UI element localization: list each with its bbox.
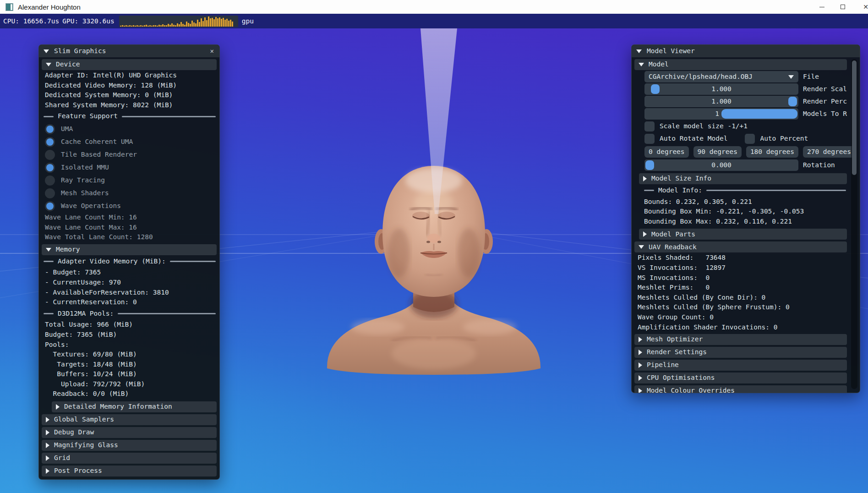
uav-line: Wave Group Count: 0: [632, 312, 850, 323]
feature-tile-based-renderer[interactable]: Tile Based Renderer: [39, 148, 219, 161]
memory-line: - CurrentReservation: 0: [39, 297, 219, 307]
expand-arrow-icon: [639, 388, 642, 393]
feature-ray-tracing[interactable]: Ray Tracing: [39, 174, 219, 187]
feature-uma[interactable]: UMA: [39, 123, 219, 136]
auto-rotate-label: Auto Rotate Model: [660, 134, 727, 144]
expand-arrow-icon: [46, 443, 49, 448]
uav-line: Meshlet Prims: 0: [632, 283, 850, 293]
rotate-0-degrees-button[interactable]: 0 degrees: [644, 146, 689, 158]
pool-line: Total Usage: 966 (MiB): [39, 320, 219, 330]
header-global-samplers[interactable]: Global Samplers: [42, 414, 217, 425]
header-model[interactable]: Model: [634, 59, 847, 70]
memory-line: - Budget: 7365: [39, 268, 219, 278]
header-mesh-optimizer[interactable]: Mesh Optimizer: [634, 334, 847, 345]
radio-dot-icon: [45, 150, 55, 160]
expand-arrow-icon: [46, 468, 49, 474]
rotate-270-degrees-button[interactable]: 270 degrees: [803, 146, 855, 158]
expand-arrow-icon: [639, 350, 642, 355]
slider-fill[interactable]: [721, 109, 797, 119]
header-uav-readback[interactable]: UAV Readback: [634, 241, 847, 252]
node-detailed-memory-information[interactable]: Detailed Memory Information: [52, 401, 217, 412]
panel-close-icon[interactable]: ✕: [209, 46, 215, 56]
pool-line: Targets: 18/48 (MiB): [39, 360, 219, 370]
scale-model-checkbox[interactable]: [644, 121, 655, 131]
collapse-arrow-icon: [639, 245, 644, 249]
file-combo[interactable]: CGArchive/lpshead/head.OBJ: [644, 71, 798, 82]
header-pipeline[interactable]: Pipeline: [634, 360, 847, 371]
separator-adapter-video-memory: Adapter Video Memory (MiB):: [44, 257, 216, 267]
collapse-arrow-icon: [46, 63, 51, 66]
auto-percent-checkbox[interactable]: [745, 134, 755, 144]
feature-cache-coherent-uma[interactable]: Cache Coherent UMA: [39, 136, 219, 148]
expand-arrow-icon: [643, 176, 647, 181]
maximize-icon: [841, 5, 845, 9]
close-button[interactable]: ✕: [855, 0, 868, 14]
rotate-180-degrees-button[interactable]: 180 degrees: [746, 146, 798, 158]
header-magnifying-glass[interactable]: Magnifying Glass: [42, 440, 217, 451]
auto-rotate-checkbox[interactable]: [644, 134, 655, 144]
render-scale-label: Render Scale: [803, 84, 847, 94]
header-debug-draw[interactable]: Debug Draw: [42, 427, 217, 438]
collapse-arrow-icon: [46, 248, 51, 252]
model-info-line: Bounds: 0.232, 0.305, 0.221: [632, 197, 850, 207]
render-percent-slider[interactable]: 1.000: [644, 96, 798, 107]
expand-arrow-icon: [56, 404, 60, 410]
app-window: Alexander Houghton ✕ CPU: 16656.7us GPU:…: [0, 0, 868, 493]
feature-mesh-shaders[interactable]: Mesh Shaders: [39, 187, 219, 200]
radio-dot-icon: [45, 201, 55, 211]
node-model-parts[interactable]: Model Parts: [639, 229, 847, 240]
panel-title: Slim Graphics: [54, 46, 204, 56]
header-model-colour-overrides[interactable]: Model Colour Overrides: [634, 385, 847, 393]
header-render-settings[interactable]: Render Settings: [634, 347, 847, 358]
expand-arrow-icon: [639, 337, 642, 342]
auto-percent-label: Auto Percent: [760, 134, 808, 144]
file-label: File: [803, 72, 847, 82]
maximize-button[interactable]: [832, 0, 853, 14]
wave-line: Wave Lane Count Min: 16: [39, 213, 219, 223]
slim-graphics-titlebar[interactable]: Slim Graphics ✕: [39, 45, 219, 57]
separator-feature-support: Feature Support: [44, 111, 216, 121]
render-percent-label: Render Percent: [803, 97, 847, 107]
feature-wave-operations[interactable]: Wave Operations: [39, 200, 219, 213]
radio-dot-icon: [45, 163, 55, 173]
models-to-render-slider[interactable]: 1: [644, 108, 798, 120]
scrollbar-grab[interactable]: [852, 60, 857, 175]
gpu-histogram: [119, 16, 238, 27]
node-model-size-info[interactable]: Model Size Info: [639, 173, 847, 184]
model-viewer-titlebar[interactable]: Model Viewer: [632, 45, 860, 57]
minimize-button[interactable]: [811, 0, 832, 14]
rotation-label: Rotation: [803, 160, 847, 170]
collapse-arrow-icon: [636, 49, 642, 53]
model-viewer-panel: Model Viewer Model CGArchive/lpshead/hea…: [631, 44, 860, 393]
pool-line: Budget: 7365 (MiB): [39, 330, 219, 340]
header-memory[interactable]: Memory: [42, 244, 217, 255]
gpu-histogram-label: gpu: [242, 17, 254, 25]
separator-d3d12ma-pools: D3D12MA Pools:: [44, 309, 216, 319]
radio-dot-icon: [45, 188, 55, 198]
header-device[interactable]: Device: [42, 59, 217, 70]
render-scale-slider[interactable]: 1.000: [644, 83, 798, 95]
cpu-time: CPU: 16656.7us: [0, 17, 59, 25]
uav-line: Amplification Shader Invocations: 0: [632, 323, 850, 333]
slim-graphics-panel: Slim Graphics ✕ Device Adapter ID: Intel…: [38, 44, 220, 480]
panel-scrollbar[interactable]: [851, 59, 857, 389]
models-to-render-label: Models To Render: [803, 109, 847, 119]
memory-line: - CurrentUsage: 970: [39, 278, 219, 288]
pool-line: Pools:: [39, 340, 219, 350]
uav-line: Meshlets Culled (By Sphere Frustum): 0: [632, 302, 850, 312]
radio-dot-icon: [45, 124, 55, 134]
os-titlebar[interactable]: Alexander Houghton ✕: [0, 0, 868, 14]
uav-line: VS Invocations: 12897: [632, 263, 850, 273]
rotation-slider[interactable]: 0.000: [644, 159, 798, 171]
expand-arrow-icon: [46, 430, 49, 435]
uav-line: Meshlets Culled (By Cone Dir): 0: [632, 293, 850, 303]
gpu-time: GPU: 3320.6us: [59, 17, 115, 25]
rotate-90-degrees-button[interactable]: 90 degrees: [693, 146, 742, 158]
model-info-line: Bounding Box Max: 0.232, 0.116, 0.221: [632, 217, 850, 227]
pool-line: Upload: 792/792 (MiB): [39, 379, 219, 389]
header-cpu-optimisations[interactable]: CPU Optimisations: [634, 372, 847, 383]
header-post-process[interactable]: Post Process: [42, 466, 217, 477]
header-grid[interactable]: Grid: [42, 453, 217, 464]
feature-isolated-mmu[interactable]: Isolated MMU: [39, 161, 219, 174]
dropdown-arrow-icon: [788, 75, 794, 79]
